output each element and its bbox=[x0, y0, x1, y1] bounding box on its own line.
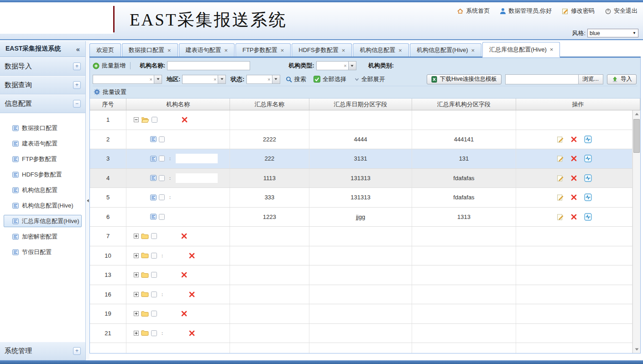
combo-clear-icon[interactable]: × bbox=[148, 77, 154, 82]
checkbox-icon[interactable] bbox=[159, 175, 165, 181]
table-row[interactable]: 1 bbox=[90, 110, 633, 130]
checkbox-icon[interactable] bbox=[152, 117, 157, 123]
test-connection-icon[interactable] bbox=[584, 174, 592, 182]
sidebar-item[interactable]: 节假日配置 bbox=[4, 246, 82, 258]
table-row[interactable]: 4：1113131313fdafafas bbox=[90, 169, 633, 188]
expand-icon[interactable]: + bbox=[73, 347, 81, 355]
delete-icon[interactable] bbox=[189, 291, 195, 297]
tab-4[interactable]: HDFS参数配置× bbox=[292, 43, 352, 57]
region-combo[interactable]: × bbox=[182, 75, 226, 84]
table-row[interactable]: 10： bbox=[90, 246, 633, 266]
combo-dropdown-icon[interactable] bbox=[272, 75, 280, 83]
nav-user-greeting[interactable]: 数据管理员,你好 bbox=[500, 7, 552, 15]
checkbox-icon[interactable] bbox=[151, 272, 157, 278]
scroll-up-icon[interactable] bbox=[633, 110, 640, 118]
sidebar-item[interactable]: HDFS参数配置 bbox=[4, 168, 82, 181]
checkbox-icon[interactable] bbox=[159, 136, 165, 142]
edit-icon[interactable] bbox=[557, 175, 564, 182]
column-header[interactable]: 汇总库日期分区字段 bbox=[309, 99, 412, 110]
delete-icon[interactable] bbox=[571, 175, 577, 181]
sidebar-item[interactable]: 机构信息配置 bbox=[4, 184, 82, 196]
sidebar-item[interactable]: 建表语句配置 bbox=[4, 137, 82, 150]
checkbox-icon[interactable] bbox=[151, 311, 157, 317]
combo-dropdown-icon[interactable] bbox=[348, 62, 356, 70]
nav-home[interactable]: 系统首页 bbox=[457, 7, 490, 15]
checkbox-icon[interactable] bbox=[151, 330, 157, 336]
table-row[interactable]: 19 bbox=[90, 304, 633, 324]
sidebar-item[interactable]: 数据接口配置 bbox=[4, 122, 82, 134]
collapse-icon[interactable]: − bbox=[73, 100, 81, 108]
tree-expand-icon[interactable] bbox=[134, 234, 139, 239]
sidebar-section-3[interactable]: 系统管理+ bbox=[0, 342, 85, 360]
sidebar-item[interactable]: 汇总库信息配置(Hive) bbox=[4, 215, 82, 227]
style-select[interactable]: blue ▼ bbox=[587, 29, 638, 37]
tree-collapse-icon[interactable] bbox=[134, 117, 139, 122]
table-row[interactable]: 7 bbox=[90, 227, 633, 246]
combo-clear-icon[interactable]: × bbox=[212, 77, 218, 82]
org-category-combo[interactable]: × bbox=[93, 75, 162, 84]
sidebar-item[interactable]: 加密解密配置 bbox=[4, 230, 82, 243]
sidebar-section-1[interactable]: 数据查询+ bbox=[0, 76, 85, 94]
org-type-combo[interactable]: × bbox=[316, 61, 356, 70]
table-row[interactable]: 61223jjgg1313 bbox=[90, 208, 633, 227]
expand-all-button[interactable]: 全部展开 bbox=[355, 75, 385, 83]
test-connection-icon[interactable] bbox=[584, 213, 592, 221]
tab-close-icon[interactable]: × bbox=[342, 47, 345, 54]
expand-icon[interactable]: + bbox=[73, 62, 81, 70]
checkbox-icon[interactable] bbox=[151, 291, 157, 297]
tree-expand-icon[interactable] bbox=[134, 272, 139, 277]
column-header[interactable]: 操作 bbox=[516, 99, 640, 110]
delete-icon[interactable] bbox=[181, 311, 187, 317]
scroll-down-icon[interactable] bbox=[633, 346, 640, 353]
delete-icon[interactable] bbox=[189, 253, 195, 259]
checkbox-icon[interactable] bbox=[159, 156, 165, 161]
combo-clear-icon[interactable]: × bbox=[266, 77, 272, 82]
nav-logout[interactable]: 安全退出 bbox=[605, 7, 638, 15]
tree-expand-icon[interactable] bbox=[134, 311, 139, 316]
combo-dropdown-icon[interactable] bbox=[218, 75, 225, 83]
table-row[interactable]: 21： bbox=[90, 324, 633, 343]
tab-3[interactable]: FTP参数配置× bbox=[235, 43, 291, 57]
sidebar-section-0[interactable]: 数据导入+ bbox=[0, 57, 85, 76]
tab-2[interactable]: 建表语句配置× bbox=[179, 43, 235, 57]
edit-icon[interactable] bbox=[557, 213, 564, 220]
org-name-input[interactable] bbox=[167, 61, 250, 70]
checkbox-icon[interactable] bbox=[151, 253, 157, 259]
delete-icon[interactable] bbox=[571, 136, 577, 142]
delete-icon[interactable] bbox=[571, 214, 577, 220]
tab-close-icon[interactable]: × bbox=[398, 47, 402, 54]
column-header[interactable]: 汇总库机构分区字段 bbox=[412, 99, 516, 110]
test-connection-icon[interactable] bbox=[584, 135, 592, 143]
sidebar-resize-handle[interactable] bbox=[86, 41, 89, 360]
column-header[interactable]: 序号 bbox=[90, 99, 126, 110]
test-connection-icon[interactable] bbox=[584, 193, 592, 201]
nav-change-password[interactable]: 修改密码 bbox=[562, 7, 595, 15]
tree-expand-icon[interactable] bbox=[134, 292, 139, 297]
edit-icon[interactable] bbox=[557, 155, 564, 162]
delete-icon[interactable] bbox=[181, 233, 187, 239]
tab-0[interactable]: 欢迎页 bbox=[89, 43, 121, 57]
checkbox-icon[interactable] bbox=[151, 233, 157, 239]
delete-icon[interactable] bbox=[181, 272, 187, 278]
table-row[interactable]: 222224444444141 bbox=[90, 130, 633, 150]
delete-icon[interactable] bbox=[182, 117, 188, 123]
batch-add-button[interactable]: 批量新增 bbox=[93, 62, 125, 70]
edit-icon[interactable] bbox=[557, 136, 564, 143]
scroll-thumb[interactable] bbox=[633, 119, 640, 153]
sidebar-item[interactable]: 机构信息配置(Hive) bbox=[4, 199, 82, 212]
sidebar-section-2[interactable]: 信息配置− bbox=[0, 94, 85, 113]
combo-clear-icon[interactable]: × bbox=[342, 63, 348, 68]
expand-icon[interactable]: + bbox=[73, 81, 81, 89]
tree-expand-icon[interactable] bbox=[134, 253, 139, 258]
column-header[interactable]: 机构名称 bbox=[126, 99, 230, 110]
checkbox-icon[interactable] bbox=[159, 194, 165, 200]
delete-icon[interactable] bbox=[189, 330, 195, 336]
tab-6[interactable]: 机构信息配置(Hive)× bbox=[410, 43, 481, 57]
table-row[interactable]: 16： bbox=[90, 285, 633, 305]
table-row[interactable]: 5：333131313fdafafas bbox=[90, 188, 633, 208]
table-row[interactable]: 3：2223131131 bbox=[90, 149, 633, 169]
sidebar-item[interactable]: FTP参数配置 bbox=[4, 153, 82, 165]
tab-1[interactable]: 数据接口配置× bbox=[122, 43, 178, 57]
test-connection-icon[interactable] bbox=[584, 155, 592, 162]
status-combo[interactable]: × bbox=[246, 75, 280, 84]
